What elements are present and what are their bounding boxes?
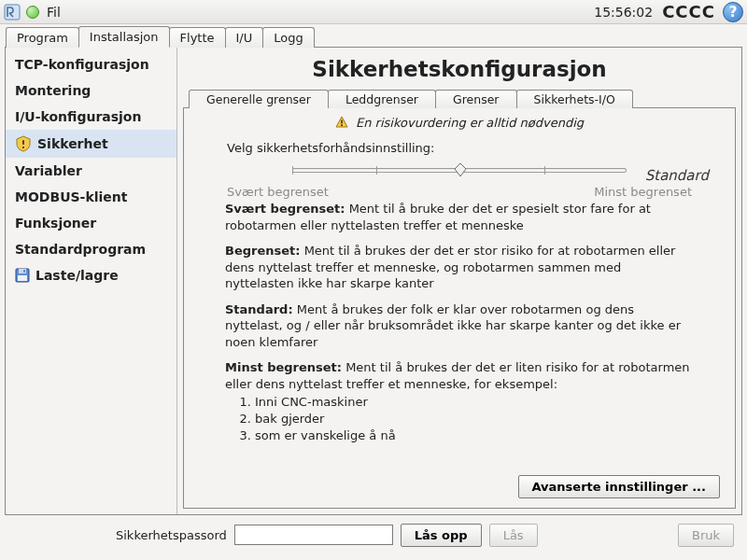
sidebar-item-tcp[interactable]: TCP-konfigurasjon (6, 51, 176, 77)
sidebar-item-features[interactable]: Funksjoner (6, 210, 176, 236)
slider-min-label: Svært begrenset (227, 185, 329, 199)
subtab-safety-io[interactable]: Sikkerhets-I/O (516, 90, 633, 108)
tab-program[interactable]: Program (6, 27, 79, 48)
clock: 15:56:02 (594, 5, 653, 20)
subtab-general-limits[interactable]: Generelle grenser (189, 90, 329, 108)
unlock-button[interactable]: Lås opp (401, 524, 482, 547)
least-restricted-examples: Inni CNC-maskiner bak gjerder som er van… (255, 394, 694, 443)
status-indicator: CCCC (662, 2, 715, 21)
svg-point-1 (22, 147, 24, 148)
warning-triangle-icon (335, 116, 348, 132)
preset-descriptions: Svært begrenset: Ment til å bruke der de… (225, 201, 694, 443)
subtab-boundaries[interactable]: Grenser (435, 90, 517, 108)
sidebar-item-default-program[interactable]: Standardprogram (6, 236, 176, 262)
risk-notice: En risikovurdering er alltid nødvendig (199, 116, 720, 132)
tab-body: TCP-konfigurasjon Montering I/U-konfigur… (5, 47, 742, 515)
preset-slider[interactable] (227, 161, 692, 183)
svg-point-8 (341, 124, 343, 126)
sidebar-item-variables[interactable]: Variabler (6, 158, 176, 184)
svg-rect-7 (341, 120, 342, 124)
advanced-settings-button[interactable]: Avanserte innstillinger ... (518, 475, 721, 498)
footer: Sikkerhetspassord Lås opp Lås Bruk (0, 515, 747, 554)
page-title: Sikkerhetskonfigurasjon (183, 57, 736, 81)
file-menu[interactable]: Fil (47, 5, 61, 20)
menubar: Fil 15:56:02 CCCC ? (0, 0, 747, 24)
tab-installation[interactable]: Installasjon (78, 26, 170, 48)
slider-thumb-icon[interactable] (452, 161, 469, 178)
tab-io[interactable]: I/U (225, 27, 264, 48)
preset-slider-block: Svært begrenset Minst begrenset (227, 161, 692, 199)
shield-warning-icon (15, 135, 32, 152)
floppy-disk-icon (15, 268, 30, 283)
slider-max-label: Minst begrenset (594, 185, 692, 199)
preset-prompt: Velg sikkerhetsforhåndsinnstilling: (227, 141, 720, 155)
globe-icon[interactable] (26, 6, 39, 19)
svg-rect-6 (23, 270, 25, 273)
sidebar-item-mounting[interactable]: Montering (6, 77, 176, 104)
svg-rect-5 (18, 275, 27, 281)
sidebar-item-load-save[interactable]: Laste/lagre (6, 262, 176, 288)
app-logo-icon (4, 4, 21, 21)
top-tabstrip: Program Installasjon Flytte I/U Logg (0, 24, 747, 47)
sidebar: TCP-konfigurasjon Montering I/U-konfigur… (6, 48, 177, 514)
apply-button[interactable]: Bruk (678, 524, 734, 547)
lock-button[interactable]: Lås (489, 524, 538, 547)
subtab-joint-limits[interactable]: Leddgrenser (328, 90, 436, 108)
sidebar-item-safety[interactable]: Sikkerhet (6, 130, 176, 158)
safety-password-input[interactable] (234, 525, 393, 545)
main-pane: Sikkerhetskonfigurasjon Generelle grense… (177, 48, 741, 514)
tab-move[interactable]: Flytte (169, 27, 226, 48)
sidebar-item-modbus[interactable]: MODBUS-klient (6, 184, 176, 210)
svg-rect-2 (22, 140, 24, 145)
tab-log[interactable]: Logg (262, 27, 314, 48)
safety-subtabs: Generelle grenser Leddgrenser Grenser Si… (183, 89, 736, 107)
general-limits-panel: En risikovurdering er alltid nødvendig V… (183, 107, 736, 509)
sidebar-item-io-config[interactable]: I/U-konfigurasjon (6, 104, 176, 130)
help-icon[interactable]: ? (723, 2, 743, 22)
password-label: Sikkerhetspassord (116, 528, 227, 542)
